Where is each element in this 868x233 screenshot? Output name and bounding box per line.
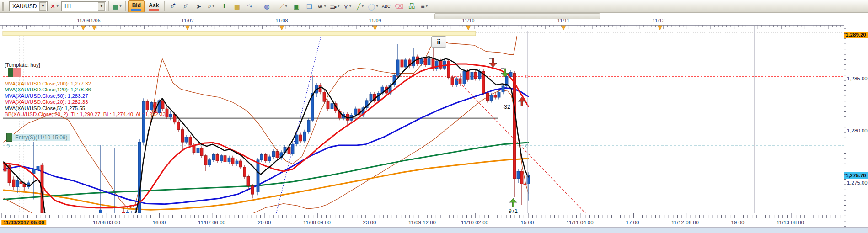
candle-body (228, 158, 230, 162)
candle-body (12, 180, 15, 187)
info-ii-button[interactable]: ii (431, 36, 446, 48)
candle-body (247, 176, 250, 186)
candle-body (455, 79, 458, 85)
candle-body (189, 137, 192, 145)
candle-body (428, 59, 430, 65)
candle-body (276, 152, 279, 158)
high-zone-band (3, 31, 476, 36)
candle-body (220, 156, 223, 161)
trading-station-window: XAU/USD ▼ ✕▼ H1 ▼ ▦▼ Bid Ask ⌕+⌕−➤⌕▼I▤↷◍… (0, 0, 868, 233)
position-swatch-red (13, 68, 21, 77)
candle-body (181, 130, 184, 142)
legend-line: MVA(XAU/USD.Close,200): 1,277.32 (5, 81, 166, 87)
candle-body (494, 95, 497, 97)
candle-body (435, 61, 438, 69)
candle-body (37, 166, 39, 170)
candle-body (517, 171, 520, 179)
candle-body (513, 74, 516, 179)
candle-body (323, 92, 326, 102)
candle-body (260, 154, 263, 159)
candle-body (451, 78, 454, 85)
candle-body (231, 158, 234, 164)
candle-body (264, 154, 267, 161)
candle-body (268, 157, 271, 161)
candle-body (396, 60, 399, 75)
position-swatch-green (8, 68, 13, 77)
entry-marker-icon (6, 133, 12, 142)
candle-body (257, 160, 259, 192)
candle-body (236, 161, 238, 164)
candle-body (239, 161, 242, 167)
entry-label-text: Entry(S)(11/10 15:09) (12, 134, 70, 141)
candle-body (404, 60, 407, 67)
candle-body (272, 152, 275, 157)
candle-body (307, 120, 310, 132)
candle-body (471, 72, 473, 79)
candle-body (177, 122, 180, 130)
legend-line: BB(XAU/USD.Close, 20, 2) TL: 1,290.27 BL… (5, 111, 166, 118)
points-label: 971 (509, 208, 518, 214)
candle-body (208, 160, 211, 165)
candle-body (486, 93, 489, 101)
candle-body (447, 61, 450, 77)
candle-body (401, 60, 403, 67)
candle-body (224, 156, 226, 162)
candle-body (299, 135, 302, 141)
candle-body (443, 61, 446, 68)
candle-body (420, 59, 423, 64)
candle-body (439, 61, 442, 68)
candle-body (166, 109, 168, 117)
template-label: [Template: huy] (5, 62, 166, 69)
candle-body (354, 109, 357, 115)
candle-body (424, 59, 427, 65)
candle-body (212, 154, 215, 159)
candle-body (200, 148, 203, 156)
candle-body (520, 171, 523, 184)
candle-body (474, 72, 477, 79)
candle-body (197, 148, 199, 153)
candle-body (416, 57, 419, 64)
legend-line: MVA(XAU/USD.Close,50): 1,283.27 (5, 93, 166, 100)
candle-body (370, 94, 372, 101)
candle-body (303, 132, 306, 141)
candle-body (32, 169, 35, 173)
legend-line: MVA(XAU/USD.Close,5): 1,275.55 (5, 106, 166, 112)
candle-body (327, 101, 329, 109)
entry-order-label[interactable]: Entry(S)(11/10 15:09) (6, 133, 70, 142)
legend-line: MVA(XAU/USD.Close,120): 1,278.86 (5, 87, 166, 93)
candle-body (251, 186, 254, 194)
candle-body (498, 92, 500, 97)
candle-body (331, 104, 333, 109)
candle-body (502, 86, 504, 92)
legend-line: MVA(XAU/USD.Close,20): 1,282.33 (5, 99, 166, 106)
candle-body (216, 154, 219, 161)
candle-body (463, 71, 466, 84)
candle-body (524, 184, 526, 185)
trade-pl-label: -32 (502, 104, 510, 110)
candle-body (490, 95, 493, 100)
candle-body (295, 135, 298, 144)
candle-body (466, 71, 469, 79)
candle-body (243, 167, 246, 177)
candle-body (16, 180, 19, 187)
candle-body (169, 114, 172, 117)
candle-body (185, 137, 188, 142)
candle-body (0, 167, 2, 172)
candle-body (509, 72, 512, 76)
candle-body (204, 156, 207, 165)
